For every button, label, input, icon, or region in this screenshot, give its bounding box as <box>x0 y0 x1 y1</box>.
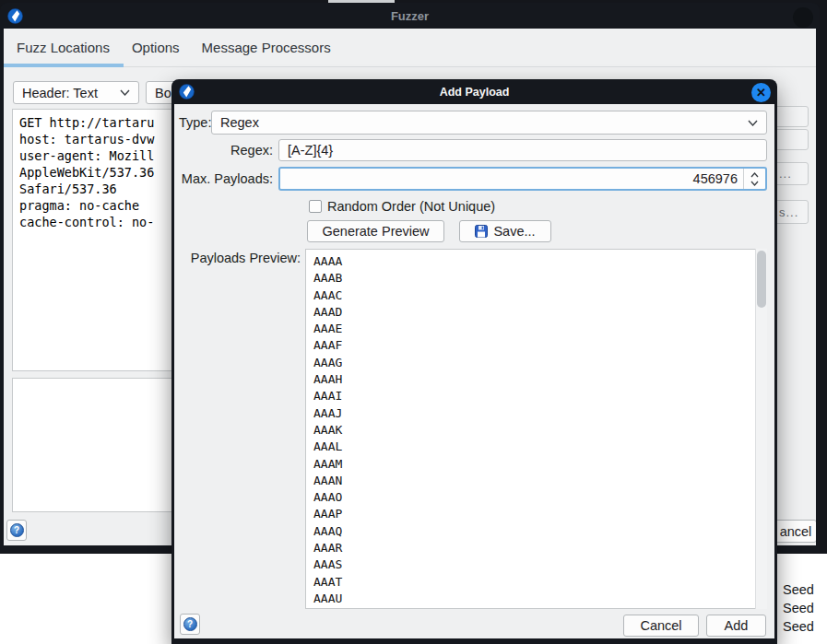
payload-row[interactable]: AAAR <box>313 540 766 556</box>
payloads-preview-list[interactable]: AAAAAAABAAACAAADAAAEAAAFAAAGAAAHAAAIAAAJ… <box>305 249 767 609</box>
fuzzer-titlebar[interactable]: Fuzzer <box>0 3 820 29</box>
close-icon[interactable]: ✕ <box>751 83 771 102</box>
payload-row[interactable]: AAAN <box>313 473 766 489</box>
payload-row[interactable]: AAAA <box>313 253 766 270</box>
payload-row[interactable]: AAAH <box>313 371 766 388</box>
payload-row[interactable]: AAAI <box>313 388 766 404</box>
seed-cell: Seed <box>783 617 814 636</box>
payload-row[interactable]: AAAQ <box>313 523 766 540</box>
help-icon: ? <box>10 523 24 537</box>
type-combo[interactable]: Regex <box>211 111 767 135</box>
dialog-content: Type: Regex Regex: [A-Z]{4} Max. Payload… <box>174 104 774 638</box>
payloads-preview-label: Payloads Preview: <box>174 251 301 265</box>
payload-row[interactable]: AAAE <box>313 321 766 337</box>
add-payload-dialog: Add Payload ✕ Type: Regex Regex: [A-Z]{4… <box>171 79 777 644</box>
tab-message-processors[interactable]: Message Processors <box>202 40 331 55</box>
preview-scrollbar[interactable] <box>755 249 767 609</box>
fuzzer-window-title: Fuzzer <box>0 9 820 23</box>
side-button-3-label: ... <box>779 167 792 181</box>
payload-row[interactable]: AAAF <box>313 337 766 354</box>
payload-row[interactable]: AAAO <box>313 489 766 506</box>
dialog-cancel-label: Cancel <box>640 618 681 633</box>
payload-row[interactable]: AAAD <box>313 304 766 321</box>
max-payloads-value: 456976 <box>693 171 738 186</box>
random-order-label: Random Order (Not Unique) <box>327 199 495 214</box>
help-icon: ? <box>183 617 197 631</box>
fuzzer-tabbar: Fuzz Locations Options Message Processor… <box>4 29 816 67</box>
spinner-up-icon[interactable] <box>750 172 759 178</box>
generate-preview-label: Generate Preview <box>322 224 429 239</box>
save-label: Save... <box>493 224 535 239</box>
max-payloads-spinner[interactable]: 456976 <box>278 167 767 191</box>
generate-preview-button[interactable]: Generate Preview <box>307 220 444 242</box>
fuzzer-cancel-button-partial[interactable]: ancel <box>774 520 816 543</box>
location-view-combo-value: Bo <box>155 86 171 100</box>
save-button[interactable]: Save... <box>459 220 551 242</box>
payload-row[interactable]: AAAS <box>313 556 766 573</box>
spinner-down-icon[interactable] <box>750 181 759 186</box>
payload-row[interactable]: AAAL <box>313 439 766 455</box>
dialog-add-label: Add <box>725 618 749 633</box>
tab-fuzz-locations[interactable]: Fuzz Locations <box>17 40 110 55</box>
payload-row[interactable]: AAAV <box>313 607 766 609</box>
payload-row[interactable]: AAAG <box>313 355 766 371</box>
dialog-title: Add Payload <box>171 86 777 99</box>
window-button-icon[interactable] <box>793 7 813 28</box>
payload-row[interactable]: AAAC <box>313 287 766 304</box>
random-order-checkbox[interactable] <box>309 200 322 213</box>
type-combo-value: Regex <box>220 115 259 130</box>
screen: SeedSeedSeed Fuzzer Fuzz Locations Optio… <box>0 0 827 644</box>
regex-input[interactable]: [A-Z]{4} <box>278 139 767 161</box>
payload-row[interactable]: AAAU <box>313 591 766 607</box>
regex-input-value: [A-Z]{4} <box>288 143 333 158</box>
chevron-down-icon <box>748 120 758 126</box>
type-label: Type: <box>179 115 211 130</box>
spinner-buttons[interactable] <box>743 169 765 189</box>
max-payloads-label: Max. Payloads: <box>174 171 273 186</box>
seed-cell: Seed <box>783 599 814 617</box>
payload-row[interactable]: AAAP <box>313 506 766 522</box>
save-icon <box>475 225 488 238</box>
dialog-add-button[interactable]: Add <box>706 615 766 637</box>
fuzzer-cancel-label: ancel <box>780 524 812 539</box>
payload-row[interactable]: AAAT <box>313 574 766 591</box>
preview-scrollbar-thumb[interactable] <box>757 251 766 308</box>
location-type-combo-value: Header: Text <box>22 86 98 100</box>
seed-cell: Seed <box>783 580 814 599</box>
regex-label: Regex: <box>174 143 273 158</box>
seed-column: SeedSeedSeed <box>783 580 814 636</box>
active-tab-indicator <box>4 64 124 67</box>
side-button-4-label: s... <box>779 205 798 219</box>
location-type-combo[interactable]: Header: Text <box>13 81 139 104</box>
payload-row[interactable]: AAAK <box>313 422 766 439</box>
dialog-titlebar[interactable]: Add Payload ✕ <box>171 79 777 104</box>
tab-options[interactable]: Options <box>132 40 180 55</box>
payload-row[interactable]: AAAB <box>313 270 766 287</box>
chevron-down-icon <box>120 89 130 96</box>
dialog-cancel-button[interactable]: Cancel <box>623 615 699 637</box>
payload-row[interactable]: AAAJ <box>313 405 766 422</box>
dialog-help-button[interactable]: ? <box>180 614 200 635</box>
payload-row[interactable]: AAAM <box>313 456 766 473</box>
fuzzer-help-button[interactable]: ? <box>6 520 27 541</box>
